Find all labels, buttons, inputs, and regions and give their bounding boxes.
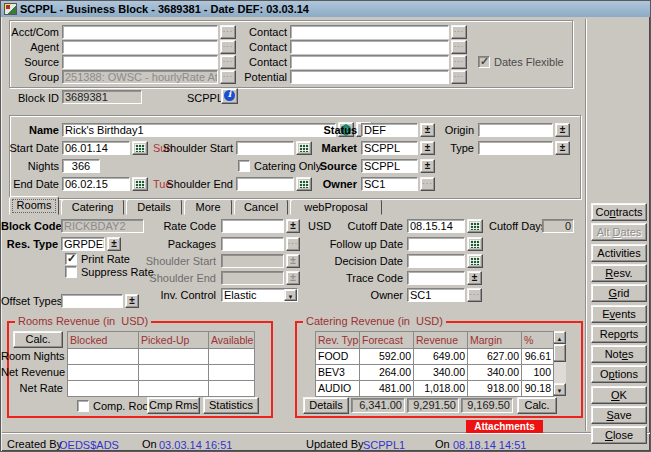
tab-rooms[interactable]: Rooms bbox=[9, 196, 59, 215]
res-type-field[interactable]: GRPDED bbox=[61, 237, 105, 251]
catering-cell-pct[interactable]: 96.61 bbox=[522, 349, 554, 365]
print-rate-checkbox[interactable] bbox=[65, 253, 77, 265]
follow-up-date-field[interactable] bbox=[407, 237, 465, 251]
sidebar-button-activities[interactable]: Activities bbox=[591, 244, 647, 262]
cutoff-date-calendar-button[interactable] bbox=[467, 219, 483, 233]
sidebar-button-reports[interactable]: Reports bbox=[591, 325, 647, 343]
catering-cell-margin[interactable]: 627.00 bbox=[468, 349, 522, 365]
decision-date-field[interactable] bbox=[407, 254, 465, 268]
sidebar-button-contracts[interactable]: Contracts bbox=[591, 203, 647, 221]
source-field[interactable] bbox=[62, 55, 218, 69]
tab-more[interactable]: More bbox=[184, 199, 232, 215]
tab-webproposal[interactable]: webProposal bbox=[290, 199, 382, 215]
status-field[interactable]: DEF bbox=[361, 123, 418, 137]
rooms-revenue-cell[interactable] bbox=[209, 365, 255, 381]
inv-control-dropdown-button[interactable] bbox=[284, 289, 297, 301]
contact2-field[interactable] bbox=[290, 40, 449, 54]
end-date-calendar-button[interactable] bbox=[132, 177, 148, 191]
origin-field[interactable] bbox=[478, 123, 553, 137]
rooms-revenue-cell[interactable] bbox=[139, 381, 209, 397]
name-field[interactable]: Rick's Birthday1 bbox=[62, 123, 336, 137]
catering-cell-revenue[interactable]: 340.00 bbox=[414, 365, 468, 381]
trace-code-list-button[interactable] bbox=[467, 271, 482, 285]
block-code-field[interactable]: RICKBDAY2 bbox=[61, 219, 144, 233]
start-date-field[interactable]: 06.01.14 bbox=[62, 141, 130, 155]
catering-cell-margin[interactable]: 918.00 bbox=[468, 381, 522, 397]
rooms-owner-field[interactable]: SC1 bbox=[407, 288, 465, 302]
catering-cell-type[interactable]: AUDIO bbox=[316, 381, 360, 397]
potential-lookup-button[interactable] bbox=[451, 70, 467, 84]
contact3-field[interactable] bbox=[290, 55, 449, 69]
contact2-lookup-button[interactable] bbox=[451, 40, 467, 54]
cmp-rms-button[interactable]: Cmp Rms bbox=[147, 397, 200, 414]
trace-code-field[interactable] bbox=[407, 271, 465, 285]
sidebar-button-close[interactable]: Close bbox=[591, 426, 647, 444]
source-list-button[interactable] bbox=[420, 159, 435, 173]
info-button[interactable] bbox=[221, 88, 238, 104]
owner-lookup-button[interactable] bbox=[420, 177, 435, 191]
catering-only-checkbox[interactable] bbox=[238, 160, 250, 172]
catering-cell-forecast[interactable]: 481.00 bbox=[360, 381, 414, 397]
origin-list-button[interactable] bbox=[555, 123, 570, 137]
suppress-rate-checkbox[interactable] bbox=[65, 266, 77, 278]
offset-types-list-button[interactable] bbox=[125, 294, 139, 308]
dates-flexible-checkbox[interactable] bbox=[478, 56, 490, 68]
contact1-field[interactable] bbox=[290, 25, 449, 39]
catering-cell-forecast[interactable]: 264.00 bbox=[360, 365, 414, 381]
catering-cell-type[interactable]: BEV3 bbox=[316, 365, 360, 381]
sidebar-button-save[interactable]: Save bbox=[591, 406, 647, 424]
follow-up-date-calendar-button[interactable] bbox=[467, 237, 483, 251]
nights-field[interactable]: 366 bbox=[62, 159, 100, 173]
catering-cell-pct[interactable]: 100 bbox=[522, 365, 554, 381]
decision-date-calendar-button[interactable] bbox=[467, 254, 483, 268]
sidebar-button-ok[interactable]: OK bbox=[591, 386, 647, 404]
sidebar-button-options[interactable]: Options bbox=[591, 365, 647, 383]
title-bar[interactable]: SCPPL - Business Block - 3689381 - Date … bbox=[1, 1, 650, 17]
catering-cell-forecast[interactable]: 592.00 bbox=[360, 349, 414, 365]
start-date-calendar-button[interactable] bbox=[132, 141, 148, 155]
scroll-up-button[interactable] bbox=[553, 331, 566, 344]
rooms-revenue-cell[interactable] bbox=[68, 365, 139, 381]
catering-cell-type[interactable]: FOOD bbox=[316, 349, 360, 365]
end-date-field[interactable]: 06.02.15 bbox=[62, 177, 130, 191]
details-button[interactable]: Details bbox=[303, 397, 349, 414]
acct-com-field[interactable] bbox=[62, 25, 218, 39]
rooms-revenue-cell[interactable] bbox=[209, 349, 255, 365]
rooms-revenue-cell[interactable] bbox=[68, 349, 139, 365]
res-type-list-button[interactable] bbox=[107, 237, 121, 251]
type-field[interactable] bbox=[478, 141, 553, 155]
potential-field[interactable] bbox=[290, 70, 449, 84]
rate-code-field[interactable] bbox=[221, 219, 284, 233]
rooms-revenue-cell[interactable] bbox=[139, 349, 209, 365]
rooms-owner-lookup-button[interactable] bbox=[467, 288, 482, 302]
scroll-down-button[interactable] bbox=[553, 383, 566, 396]
source-detail-field[interactable]: SCPPL bbox=[361, 159, 418, 173]
owner-field[interactable]: SC1 bbox=[361, 177, 418, 191]
agent-field[interactable] bbox=[62, 40, 218, 54]
cutoff-date-field[interactable]: 08.15.14 bbox=[407, 219, 465, 233]
catering-calc-button[interactable]: Calc. bbox=[517, 397, 557, 414]
sidebar-button-events[interactable]: Events bbox=[591, 305, 647, 323]
catering-cell-margin[interactable]: 340.00 bbox=[468, 365, 522, 381]
statistics-button[interactable]: Statistics bbox=[203, 397, 259, 414]
rooms-revenue-cell[interactable] bbox=[139, 365, 209, 381]
tab-catering[interactable]: Catering bbox=[61, 199, 124, 215]
rooms-revenue-cell[interactable] bbox=[209, 381, 255, 397]
rate-code-list-button[interactable] bbox=[286, 219, 300, 233]
sidebar-button-grid[interactable]: Grid bbox=[591, 284, 647, 302]
contact3-lookup-button[interactable] bbox=[451, 55, 467, 69]
sidebar-button-resv[interactable]: Resv. bbox=[591, 264, 647, 282]
packages-lookup-button[interactable] bbox=[286, 237, 300, 251]
attachments-badge[interactable]: Attachments bbox=[466, 420, 543, 433]
rooms-revenue-cell[interactable] bbox=[68, 381, 139, 397]
tab-details[interactable]: Details bbox=[126, 199, 182, 215]
market-field[interactable]: SCPPL bbox=[361, 141, 418, 155]
comp-rooms-checkbox[interactable] bbox=[77, 400, 89, 412]
scrollbar-thumb[interactable] bbox=[553, 344, 566, 362]
group-field[interactable]: 251388: OWSC - hourlyRate Attribute bbox=[62, 70, 218, 84]
tab-cancel[interactable]: Cancel bbox=[234, 199, 288, 215]
type-list-button[interactable] bbox=[555, 141, 570, 155]
sidebar-button-notes[interactable]: Notes bbox=[591, 345, 647, 363]
catering-cell-pct[interactable]: 90.18 bbox=[522, 381, 554, 397]
shoulder-start-field[interactable] bbox=[236, 141, 294, 155]
